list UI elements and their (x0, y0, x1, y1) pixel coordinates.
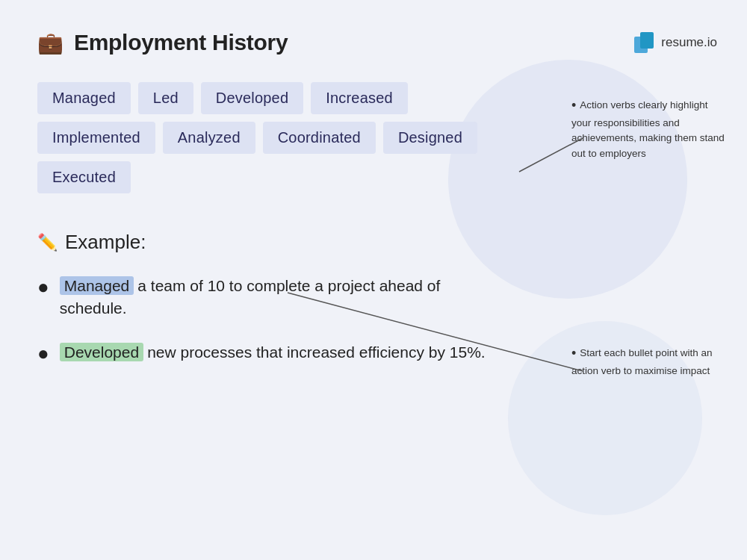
example-label-text: Example: (65, 231, 146, 254)
verb-chip-designed: Designed (383, 122, 477, 154)
header: 💼 Employment History resume.io (37, 30, 717, 55)
annotation-1: Action verbs clearly highlight your resp… (571, 96, 725, 161)
page-title: Employment History (74, 30, 288, 55)
annotation-1-text: Action verbs clearly highlight your resp… (571, 99, 725, 158)
example-label: ✏️ Example: (37, 231, 702, 254)
bullet-text-1: Manageda team of 10 to complete a projec… (60, 275, 486, 320)
verb-chip-led: Led (138, 82, 193, 114)
logo-area: resume.io (634, 32, 717, 53)
verb-chip-analyzed: Analyzed (163, 122, 255, 154)
annotation-2: Start each bullet point with an action v… (571, 343, 725, 379)
bullet-dot-1: ● (37, 273, 49, 302)
bullet-item-1: ● Manageda team of 10 to complete a proj… (37, 275, 486, 320)
bullet-item-2: ● Developednew processes that increased … (37, 341, 486, 368)
annotation-2-text: Start each bullet point with an action v… (571, 347, 712, 376)
highlight-managed: Managed (60, 276, 134, 295)
page-container: 💼 Employment History resume.io Managed L… (0, 0, 747, 560)
svg-rect-3 (640, 32, 654, 49)
pencil-icon: ✏️ (37, 233, 58, 252)
resume-io-logo-icon (634, 32, 655, 53)
verb-chip-managed: Managed (37, 82, 131, 114)
bullet-text-2: Developednew processes that increased ef… (60, 341, 486, 364)
highlight-developed: Developed (60, 343, 143, 361)
verb-chip-coordinated: Coordinated (263, 122, 376, 154)
title-area: 💼 Employment History (37, 30, 288, 55)
briefcase-icon: 💼 (37, 31, 63, 55)
verb-chip-executed: Executed (37, 161, 131, 193)
verb-chip-implemented: Implemented (37, 122, 155, 154)
verbs-grid: Managed Led Developed Increased Implemen… (37, 82, 515, 193)
logo-text: resume.io (661, 35, 717, 50)
verb-chip-developed: Developed (201, 82, 303, 114)
bullet-dot-2: ● (37, 340, 49, 368)
verb-chip-increased: Increased (311, 82, 408, 114)
